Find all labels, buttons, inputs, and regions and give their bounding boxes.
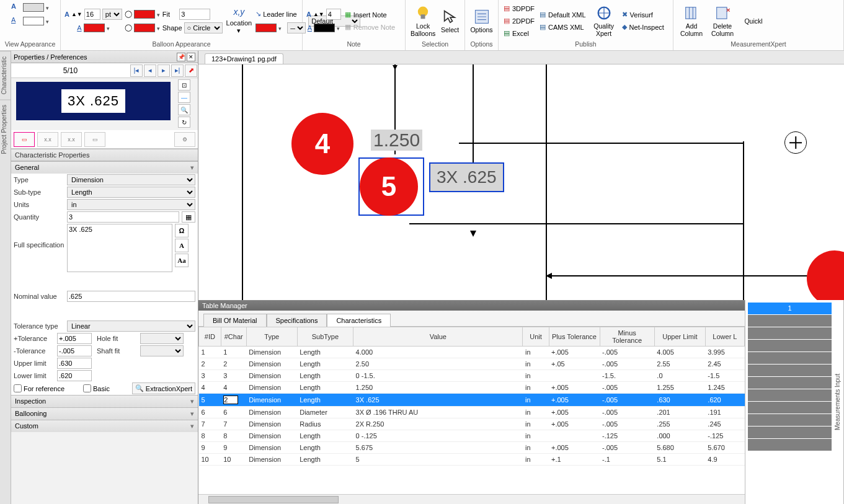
first-button[interactable]: |◂: [130, 64, 143, 77]
tab-characteristics[interactable]: Characteristics: [327, 314, 391, 327]
delete-column-button[interactable]: Delete Column: [708, 3, 737, 38]
document-tab[interactable]: 123+Drawing1 pg.pdf: [205, 53, 283, 64]
table-row[interactable]: 11DimensionLength4.000in+.005-.0054.0053…: [199, 347, 745, 358]
select-button[interactable]: Select: [439, 7, 461, 35]
next-button[interactable]: ▸: [158, 64, 170, 77]
units-select[interactable]: in: [67, 199, 195, 210]
table-row[interactable]: 1010DimensionLength5in+.1-.15.14.9: [199, 454, 745, 466]
publish-netinspect[interactable]: ◆Net-Inspect: [621, 22, 665, 33]
side-tab-project[interactable]: Project Properties: [0, 99, 11, 159]
publish-default-xml[interactable]: ▤Default XML: [538, 9, 587, 20]
ocr-mode-1[interactable]: ▭: [14, 132, 35, 147]
omega-button[interactable]: Ω: [175, 224, 189, 237]
insert-note-button[interactable]: ▦Insert Note: [344, 9, 388, 20]
zoom-slider-icon[interactable]: —: [178, 92, 190, 103]
balloon-text-color[interactable]: [84, 24, 105, 32]
options-button[interactable]: Options: [469, 7, 494, 35]
balloon-partial: [807, 250, 844, 300]
ocr-mode-3[interactable]: x.x: [61, 132, 82, 147]
section-ballooning[interactable]: Ballooning: [11, 407, 198, 420]
publish-3dpdf[interactable]: ▤3DPDF: [502, 3, 536, 14]
shape-select[interactable]: ○ Circle: [184, 22, 223, 33]
minus-tol-input[interactable]: [57, 345, 92, 356]
font-a-button[interactable]: A: [175, 239, 189, 252]
last-button[interactable]: ▸|: [171, 64, 184, 77]
publish-2dpdf[interactable]: ▤2DPDF: [502, 15, 536, 27]
balloon-border[interactable]: [134, 24, 155, 32]
table-row[interactable]: 22DimensionLength2.50in+.05-.0052.552.45: [199, 358, 745, 370]
table-row[interactable]: 5DimensionLength3X .625in+.005-.005.630.…: [199, 394, 745, 407]
char-preview: 3X .625: [16, 82, 171, 120]
font-unit-select[interactable]: pt: [102, 9, 122, 20]
table-row[interactable]: 33DimensionLength0 -1.5.in-1.5..0-1.5: [199, 370, 745, 382]
zoom-refresh-icon[interactable]: ↻: [178, 117, 190, 128]
measurements-grid[interactable]: 1: [745, 300, 834, 504]
section-inspection[interactable]: Inspection: [11, 395, 198, 407]
panel-title: Properties / Preferences: [14, 53, 87, 61]
publish-verisurf[interactable]: ✖Verisurf: [621, 9, 654, 20]
extraction-xpert-button[interactable]: 🔍ExtractionXpert: [132, 382, 195, 394]
section-char-props: Characteristic Properties: [11, 149, 198, 161]
note-color[interactable]: [314, 24, 335, 32]
pin-button[interactable]: 📌: [177, 53, 185, 61]
balloon-fill[interactable]: [134, 10, 155, 19]
add-column-button[interactable]: Add Column: [677, 3, 706, 38]
drawing-viewport[interactable]: 1.250 4 5 3X .625: [198, 64, 844, 300]
toltype-select[interactable]: Linear: [67, 321, 195, 332]
section-general[interactable]: General: [11, 161, 198, 174]
tab-specifications[interactable]: Specifications: [267, 314, 327, 327]
font-aa-button[interactable]: Aa: [175, 254, 189, 267]
side-tab-characteristic[interactable]: Characteristic: [0, 51, 11, 99]
nominal-input[interactable]: [67, 291, 195, 302]
forref-check[interactable]: For reference: [14, 384, 64, 392]
leader-line-toggle[interactable]: ↘Leader line: [255, 8, 296, 20]
dimension-3x625[interactable]: 3X .625: [429, 162, 504, 192]
upper-limit-input[interactable]: [57, 358, 92, 369]
holefit-select[interactable]: [140, 333, 184, 344]
zoom-reset-icon[interactable]: ⊡: [178, 79, 190, 91]
underline-swatch[interactable]: [23, 17, 44, 25]
close-panel-button[interactable]: ✕: [187, 53, 195, 61]
quality-xpert-button[interactable]: Quality Xpert: [590, 3, 618, 38]
characteristics-grid[interactable]: #ID#CharTypeSubTypeValueUnitPlus Toleran…: [198, 327, 745, 494]
quantity-helper[interactable]: ▦: [182, 211, 195, 223]
table-row[interactable]: 99DimensionLength5.675in+.005-.0055.6805…: [199, 442, 745, 454]
note-font-input[interactable]: [326, 9, 341, 20]
location-button[interactable]: x,y Location ▾: [225, 6, 254, 35]
ocr-settings[interactable]: ⚙: [174, 132, 195, 147]
plus-tol-input[interactable]: [57, 333, 92, 344]
table-row[interactable]: 88DimensionLength0 -.125in-.125.000-.125: [199, 430, 745, 442]
table-row[interactable]: 44DimensionLength1.250in+.005-.0051.2551…: [199, 382, 745, 394]
table-row[interactable]: 66DimensionDiameter3X Ø .196 THRU AUin+.…: [199, 407, 745, 418]
quantity-input[interactable]: [67, 211, 179, 223]
fullspec-textarea[interactable]: [67, 224, 172, 272]
type-select[interactable]: Dimension: [67, 174, 195, 185]
lock-balloons-button[interactable]: Lock Balloons: [409, 3, 437, 38]
zoom-find-icon[interactable]: 🔍: [178, 104, 190, 115]
lower-limit-input[interactable]: [57, 370, 92, 381]
balloon-5[interactable]: 5: [360, 157, 418, 216]
char-counter: 5/10: [11, 66, 130, 75]
publish-cams-xml[interactable]: ▤CAMS XML: [538, 22, 585, 33]
fit-input[interactable]: [179, 9, 210, 20]
section-custom[interactable]: Custom: [11, 420, 198, 432]
remove-note-button[interactable]: ▦Remove Note: [344, 22, 396, 33]
tab-bom[interactable]: Bill Of Material: [203, 314, 267, 327]
ocr-mode-4[interactable]: ▭: [84, 132, 105, 147]
prev-button[interactable]: ◂: [144, 64, 156, 77]
font-size-input[interactable]: [84, 9, 100, 20]
side-tab-measurements[interactable]: Measurements Input: [834, 300, 844, 504]
basic-check[interactable]: Basic: [83, 384, 110, 392]
char-edit-input[interactable]: [223, 396, 238, 404]
goto-button[interactable]: ⬈: [185, 64, 197, 77]
subtype-select[interactable]: Length: [67, 187, 195, 198]
shaftfit-select[interactable]: [140, 345, 184, 356]
ocr-mode-2[interactable]: x.x: [37, 132, 58, 147]
table-row[interactable]: 77DimensionRadius2X R.250in+.005-.005.25…: [199, 418, 745, 430]
quick-button[interactable]: Quickl: [739, 15, 768, 27]
balloon-4[interactable]: 4: [291, 113, 353, 175]
publish-excel[interactable]: ▤Excel: [502, 28, 530, 39]
text-color-swatch[interactable]: [23, 3, 44, 12]
horizontal-scrollbar[interactable]: [198, 494, 745, 504]
leader-color[interactable]: [255, 24, 277, 32]
